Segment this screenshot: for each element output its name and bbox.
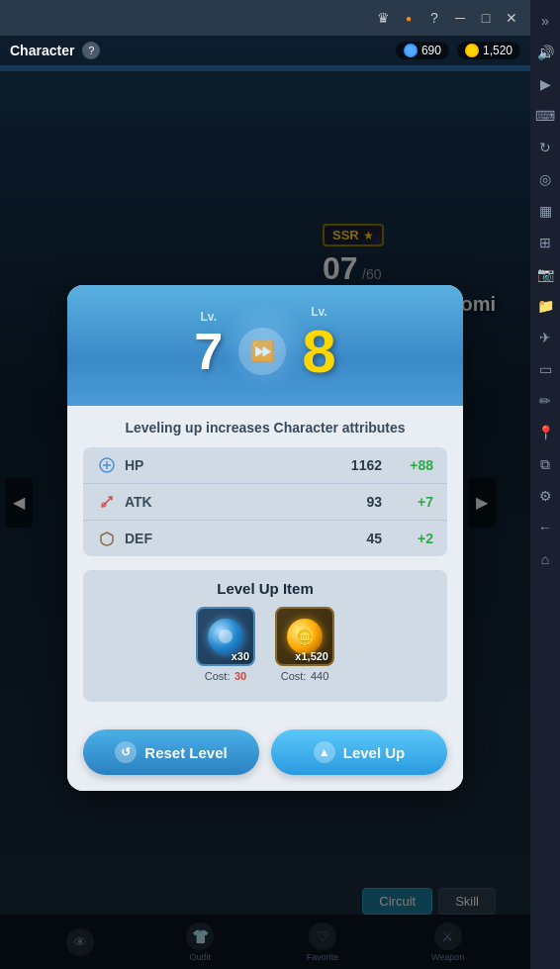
coin-item-count: x1,520 [295,650,328,662]
coin-cost-value: 440 [311,670,328,682]
levelup-icon: ▲ [314,741,335,763]
sidebar-home-icon[interactable]: ⌂ [532,546,558,572]
sidebar-camera-icon[interactable]: 📷 [532,261,558,287]
gold-coin-icon: 🪙 [287,619,323,654]
item-card-coin: 🪙 x1,520 Cost: 440 [271,607,338,684]
sidebar-pencil-icon[interactable]: ✏ [532,388,558,414]
crown-icon[interactable]: ♛ [372,7,394,29]
atk-icon [97,492,117,512]
exp-cost-label: Cost: [205,670,231,682]
stat-atk-increase: +7 [394,494,433,510]
sidebar-speaker-icon[interactable]: 🔊 [532,40,558,65]
game-area: Character ? 690 1,520 SSR ★ 07 /60 Haomi… [0,36,530,969]
modal-header: Lv. 7 ⏩ Lv. 8 [67,285,463,406]
stat-row-def: DEF 45 +2 [83,521,447,556]
currency-coin: 1,520 [457,42,520,59]
def-icon [97,529,117,548]
sidebar-keyboard-icon[interactable]: ⌨ [532,103,558,129]
currency-lightning: 690 [396,42,449,59]
sidebar-folder-icon[interactable]: 📁 [532,293,558,319]
sidebar-plane-icon[interactable]: ✈ [532,325,558,350]
sidebar-layers-icon[interactable]: ⧉ [532,451,558,477]
modal-buttons-row: ↺ Reset Level ▲ Level Up [67,716,463,791]
sidebar-grid-icon[interactable]: ▦ [532,198,558,224]
help-icon[interactable]: ? [423,7,445,29]
levelup-modal: Lv. 7 ⏩ Lv. 8 Leveling up increases Char… [67,285,463,791]
character-panel-header: Character ? 690 1,520 [0,36,530,65]
char-label: Character [10,43,74,58]
stat-hp-value: 1162 [174,457,382,473]
item-card-exp: x30 Cost: 30 [192,607,259,684]
sidebar-double-chevron-icon[interactable]: » [532,8,558,34]
sidebar-layout-icon[interactable]: ▭ [532,356,558,382]
stat-def-label: DEF [125,531,174,546]
stat-row-atk: ATK 93 +7 [83,484,447,521]
stat-hp-label: HP [125,457,174,473]
sidebar-rotate-icon[interactable]: ↻ [532,135,558,160]
level-item-title: Level Up Item [97,580,433,597]
exp-orb-inner [219,630,233,643]
stat-hp-increase: +88 [394,457,433,473]
reset-level-label: Reset Level [144,744,227,761]
sidebar-arrow-left-icon[interactable]: ← [532,515,558,540]
top-bar: ♛ ● ? ─ □ ✕ [0,0,530,36]
arrow-glow [221,301,310,390]
reset-level-button[interactable]: ↺ Reset Level [83,729,259,775]
sidebar-grid2-icon[interactable]: ⊞ [532,230,558,255]
orange-dot-icon: ● [398,7,420,29]
close-icon[interactable]: ✕ [501,7,522,29]
sidebar-circle-icon[interactable]: ◎ [532,166,558,192]
modal-overlay: Lv. 7 ⏩ Lv. 8 Leveling up increases Char… [0,71,530,969]
currency-lightning-value: 690 [421,44,441,57]
sidebar-play-icon[interactable]: ▶ [532,71,558,97]
level-up-button[interactable]: ▲ Level Up [271,729,447,775]
stat-atk-value: 93 [174,494,382,510]
exp-orb-icon [208,619,243,654]
level-item-section: Level Up Item x30 Cost: [83,570,447,702]
currency-group: 690 1,520 [396,42,520,59]
question-badge[interactable]: ? [82,42,100,59]
level-from-section: Lv. 7 [194,310,223,377]
reset-icon: ↺ [115,741,137,763]
level-from-label: Lv. [201,310,217,324]
modal-subtitle: Leveling up increases Character attribut… [83,420,447,436]
stats-table: HP 1162 +88 ATK 93 +7 [83,447,447,556]
sidebar-pin-icon[interactable]: 📍 [532,420,558,445]
coin-item-cost: Cost: 440 [281,666,329,684]
minimize-icon[interactable]: ─ [449,7,471,29]
stat-atk-label: ATK [125,494,174,510]
sidebar-right: » 🔊 ▶ ⌨ ↻ ◎ ▦ ⊞ 📷 📁 ✈ ▭ ✏ 📍 ⧉ ⚙ ← ⌂ [530,0,560,969]
exp-cost-value: 30 [234,670,246,682]
coin-cost-label: Cost: [281,670,307,682]
exp-item-image: x30 [196,607,255,666]
coin-item-image: 🪙 x1,520 [275,607,334,666]
lightning-icon [404,44,418,57]
coin-icon [465,44,479,57]
hp-icon [97,455,117,475]
restore-icon[interactable]: □ [475,7,497,29]
exp-item-count: x30 [232,650,249,662]
stat-def-increase: +2 [394,531,433,546]
stat-def-value: 45 [174,531,382,546]
level-from-number: 7 [194,326,223,377]
level-up-label: Level Up [343,744,406,761]
sidebar-gear-icon[interactable]: ⚙ [532,483,558,509]
currency-coin-value: 1,520 [483,44,513,57]
stat-row-hp: HP 1162 +88 [83,447,447,484]
items-row: x30 Cost: 30 🪙 x1,520 [97,607,433,684]
exp-item-cost: Cost: 30 [205,666,246,684]
modal-body: Leveling up increases Character attribut… [67,406,463,716]
